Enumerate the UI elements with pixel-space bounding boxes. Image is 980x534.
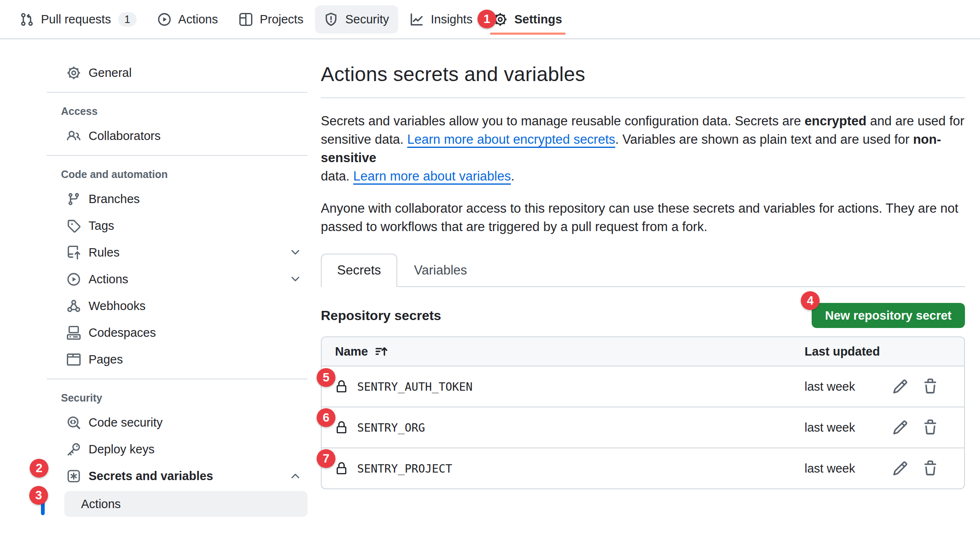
main-content: Actions secrets and variables Secrets an…: [307, 39, 980, 517]
codespaces-icon: [67, 326, 81, 340]
inline-link[interactable]: Learn more about variables: [353, 169, 511, 183]
active-tab-underline: [490, 33, 565, 35]
sidebar-item-label: Rules: [89, 246, 119, 259]
gear-icon: [67, 66, 81, 80]
people-icon: [67, 129, 81, 143]
sidebar-item-label: General: [89, 66, 132, 80]
key-icon: [67, 442, 81, 456]
chevron-down-icon: [289, 273, 302, 285]
sidebar-item-label: Secrets and variables: [89, 469, 213, 483]
webhook-icon: [67, 299, 81, 313]
page-title: Actions secrets and variables: [321, 63, 965, 86]
tag-icon: [67, 219, 81, 233]
annotation-badge-3: 3: [29, 486, 48, 505]
button-label: New repository secret: [825, 309, 952, 323]
tab-variables[interactable]: Variables: [397, 254, 484, 286]
repository-secrets-heading: Repository secrets: [321, 308, 441, 323]
edit-secret-button[interactable]: [892, 379, 908, 394]
secret-name: SENTRY_ORG: [357, 421, 425, 434]
sidebar-divider: [47, 379, 307, 379]
tab-label: Projects: [260, 13, 304, 26]
sidebar-item-label: Deploy keys: [89, 442, 155, 456]
tab-settings[interactable]: 1 Settings: [484, 5, 571, 33]
chevron-down-icon: [289, 246, 302, 259]
sidebar-section-code: Code and automation: [47, 162, 307, 186]
last-updated-value: last week: [805, 421, 878, 435]
sidebar-item-code-security[interactable]: Code security: [47, 409, 307, 436]
asterisk-box-icon: [67, 469, 81, 483]
secret-name-cell: SENTRY_PROJECT: [335, 462, 805, 475]
inline-link[interactable]: Learn more about encrypted secrets: [407, 132, 615, 147]
tab-secrets[interactable]: Secrets: [321, 254, 397, 287]
sidebar-section-security: Security: [47, 385, 307, 409]
tab-label: Security: [345, 13, 389, 26]
sidebar-item-label: Branches: [89, 192, 140, 206]
sidebar-item-label: Codespaces: [89, 326, 156, 340]
sort-ascending-icon: [375, 345, 388, 358]
sidebar-divider: [47, 92, 307, 93]
sidebar-item-codespaces[interactable]: Codespaces: [47, 319, 307, 346]
annotation-badge-4: 4: [801, 291, 820, 310]
sidebar-item-deploy-keys[interactable]: Deploy keys: [47, 436, 307, 463]
secret-name-cell: SENTRY_ORG: [335, 421, 805, 434]
sidebar-item-general[interactable]: General: [47, 59, 307, 86]
delete-secret-button[interactable]: [922, 460, 938, 476]
delete-secret-button[interactable]: [922, 420, 938, 435]
sidebar-item-collaborators[interactable]: Collaborators: [47, 122, 307, 149]
project-table-icon: [239, 13, 253, 26]
shield-exclamation-icon: [324, 13, 338, 26]
play-circle-icon: [67, 272, 81, 286]
tab-pull-requests[interactable]: Pull requests 1: [11, 5, 146, 34]
table-row: SENTRY_PROJECT last week: [322, 448, 964, 488]
sidebar-item-rules[interactable]: Rules: [47, 239, 307, 266]
sidebar-item-webhooks[interactable]: Webhooks: [47, 292, 307, 319]
annotation-badge-2: 2: [30, 459, 48, 478]
settings-sidebar: General Access Collaborators Code and au…: [47, 39, 307, 517]
sidebar-subitem-label: Actions: [81, 497, 121, 511]
last-updated-value: last week: [805, 380, 878, 394]
annotation-badge-1: 1: [477, 10, 496, 28]
sidebar-item-actions[interactable]: Actions: [47, 266, 307, 292]
repository-secrets-table: 5 6 7 Name Last updated: [321, 336, 965, 489]
secret-name: SENTRY_PROJECT: [357, 462, 452, 475]
lock-icon: [335, 380, 348, 393]
column-header-name[interactable]: Name: [335, 345, 805, 359]
secret-name-cell: SENTRY_AUTH_TOKEN: [335, 380, 805, 393]
edit-secret-button[interactable]: [892, 460, 908, 476]
sidebar-item-secrets-and-variables[interactable]: 2 Secrets and variables: [47, 463, 307, 489]
tab-actions[interactable]: Actions: [148, 5, 227, 33]
sidebar-item-label: Code security: [89, 416, 162, 430]
sidebar-section-access: Access: [47, 99, 307, 122]
tab-label: Settings: [514, 13, 562, 26]
new-repository-secret-button[interactable]: 4 New repository secret: [812, 303, 965, 328]
secrets-variables-tabs: Secrets Variables: [321, 254, 965, 287]
annotation-badge-7: 7: [317, 449, 335, 468]
play-circle-icon: [157, 13, 171, 26]
pull-requests-counter: 1: [118, 12, 137, 27]
annotation-badge-5: 5: [317, 368, 335, 387]
delete-secret-button[interactable]: [922, 379, 938, 394]
sidebar-subitem-actions-active[interactable]: 3 Actions: [64, 491, 307, 517]
lock-icon: [335, 462, 348, 475]
edit-secret-button[interactable]: [892, 420, 908, 435]
table-row: SENTRY_ORG last week: [322, 407, 964, 448]
sidebar-item-pages[interactable]: Pages: [47, 346, 307, 373]
secret-name: SENTRY_AUTH_TOKEN: [357, 380, 472, 393]
tab-insights[interactable]: Insights: [401, 5, 482, 33]
intro-paragraph: Secrets and variables allow you to manag…: [321, 112, 965, 186]
tab-label: Insights: [431, 13, 472, 26]
sidebar-item-label: Collaborators: [89, 129, 160, 143]
tab-security[interactable]: Security: [315, 5, 398, 33]
lock-icon: [335, 421, 348, 434]
sidebar-item-tags[interactable]: Tags: [47, 212, 307, 239]
tab-projects[interactable]: Projects: [230, 5, 313, 33]
sidebar-item-label: Actions: [89, 272, 128, 286]
table-header: Name Last updated: [322, 337, 964, 366]
annotation-badge-6: 6: [317, 408, 335, 427]
sidebar-item-branches[interactable]: Branches: [47, 186, 307, 212]
browser-icon: [67, 353, 81, 366]
tab-label: Pull requests: [41, 13, 111, 26]
tab-label: Actions: [178, 13, 218, 26]
graph-icon: [410, 13, 424, 26]
chevron-up-icon: [289, 470, 302, 482]
